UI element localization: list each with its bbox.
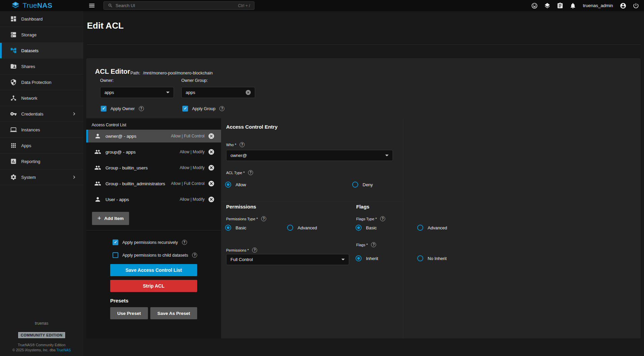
flags-inherit-radio[interactable]: Inherit: [356, 255, 378, 261]
shares-folder-icon: [10, 63, 17, 70]
owner-select[interactable]: apps: [100, 87, 174, 98]
jobs-clipboard-icon[interactable]: [557, 2, 563, 9]
page-title: Edit ACL: [87, 21, 124, 31]
add-item-button[interactable]: + Add Item: [92, 212, 129, 225]
radio-label: Basic: [236, 225, 246, 230]
ace-name: group@ - apps: [105, 150, 136, 155]
dropdown-caret-icon: [385, 155, 389, 156]
sidebar-item-credentials[interactable]: Credentials: [0, 106, 83, 122]
acl-list-item[interactable]: Group - builtin_administratorsAllow | Fu…: [86, 177, 221, 190]
help-icon[interactable]: [139, 106, 144, 111]
sidebar-item-shares[interactable]: Shares: [0, 59, 83, 74]
apply-recursively-option[interactable]: Apply permissions recursively: [113, 239, 187, 245]
acl-list-item[interactable]: User - appsAllow | Modify: [86, 193, 221, 206]
acl-list-item[interactable]: group@ - appsAllow | Modify: [86, 145, 221, 158]
ix-systems-stack-icon[interactable]: [544, 2, 551, 9]
flags-type-basic-radio[interactable]: Basic: [356, 225, 377, 231]
ace-permission-summary: Allow | Full Control: [171, 134, 205, 138]
apply-to-children-option[interactable]: Apply permissions to child datasets: [113, 252, 197, 258]
flags-label-row: Flags *: [356, 242, 376, 247]
ace-permission-summary: Allow | Full Control: [171, 181, 205, 186]
acl-list-item[interactable]: Group - builtin_usersAllow | Modify: [86, 161, 221, 174]
topbar-actions: truenas_admin: [531, 0, 639, 11]
search-input[interactable]: Search UI Ctrl + /: [103, 1, 254, 10]
apply-owner-option[interactable]: Apply Owner: [101, 106, 144, 111]
use-preset-button[interactable]: Use Preset: [110, 307, 148, 319]
shield-icon: [10, 79, 17, 86]
permissions-type-advanced-radio[interactable]: Advanced: [287, 225, 317, 231]
sidebar-item-dashboard[interactable]: Dashboard: [0, 11, 83, 27]
truenas-logo-text: TrueNAS: [23, 1, 52, 10]
flags-no-inherit-radio[interactable]: No Inherit: [417, 255, 447, 261]
ace-name: Group - builtin_administrators: [105, 181, 165, 186]
acl-editor-card: ACL Editor Path: /mnt/monero-pool/monero…: [86, 58, 641, 338]
help-icon[interactable]: [240, 142, 245, 147]
flags-heading: Flags: [356, 204, 369, 209]
dropdown-caret-icon: [341, 259, 345, 260]
remove-ace-button[interactable]: [208, 196, 215, 203]
help-icon[interactable]: [371, 242, 376, 247]
save-acl-button[interactable]: Save Access Control List: [110, 264, 197, 276]
help-icon[interactable]: [182, 240, 187, 245]
sidebar-item-apps[interactable]: Apps: [0, 138, 83, 154]
remove-ace-button[interactable]: [208, 149, 215, 155]
sidebar-item-label: Network: [21, 96, 37, 101]
feedback-smiley-icon[interactable]: [531, 2, 538, 9]
flags-label: Flags *: [356, 243, 368, 247]
help-icon[interactable]: [248, 170, 253, 175]
radio-icon: [225, 225, 231, 231]
who-value: owner@: [231, 153, 247, 158]
acl-type-label: ACL Type *: [226, 171, 245, 175]
laptop-icon: [10, 126, 17, 133]
acl-list-item[interactable]: owner@ - appsAllow | Full Control: [86, 130, 221, 142]
remove-ace-button[interactable]: [208, 164, 215, 171]
help-icon[interactable]: [192, 253, 197, 258]
sidebar-item-system[interactable]: System: [0, 169, 83, 185]
panel-divider: [86, 230, 221, 230]
permissions-select[interactable]: Full Control: [226, 254, 349, 265]
flags-type-advanced-radio[interactable]: Advanced: [417, 225, 447, 231]
clear-icon[interactable]: [246, 90, 251, 95]
topbar: TrueNAS Search UI Ctrl + / tru: [0, 0, 644, 11]
owner-group-input[interactable]: apps: [181, 87, 255, 98]
apply-owner-checkbox[interactable]: [101, 106, 106, 111]
apply-to-children-checkbox[interactable]: [113, 252, 118, 258]
remove-ace-button[interactable]: [208, 180, 215, 187]
menu-toggle-icon[interactable]: [88, 2, 95, 9]
permissions-label: Permissions *: [226, 248, 249, 252]
ace-heading: Access Control Entry: [226, 124, 278, 130]
apply-group-checkbox[interactable]: [182, 106, 188, 111]
help-icon[interactable]: [261, 216, 266, 221]
apply-owner-label: Apply Owner: [111, 106, 135, 111]
truenas-footer-link[interactable]: TrueNAS: [56, 348, 71, 352]
permissions-type-basic-radio[interactable]: Basic: [225, 225, 246, 231]
sidebar-item-storage[interactable]: Storage: [0, 27, 83, 43]
remove-ace-button[interactable]: [208, 133, 215, 139]
key-icon: [10, 110, 17, 117]
save-as-preset-button[interactable]: Save As Preset: [150, 307, 197, 319]
apply-group-option[interactable]: Apply Group: [182, 106, 224, 111]
sidebar-item-network[interactable]: Network: [0, 90, 83, 106]
sidebar-item-reporting[interactable]: Reporting: [0, 154, 83, 169]
gear-icon: [10, 174, 17, 181]
truenas-logo[interactable]: TrueNAS: [11, 1, 52, 10]
apply-recursively-checkbox[interactable]: [113, 239, 118, 245]
copyright-text: © 2025 iXsystems, Inc. dba: [12, 348, 57, 352]
help-icon[interactable]: [219, 106, 224, 111]
sidebar-item-datasets[interactable]: Datasets: [0, 43, 83, 59]
hostname: truenas: [0, 321, 83, 326]
user-avatar-icon[interactable]: [620, 2, 626, 9]
help-icon[interactable]: [380, 216, 385, 221]
notifications-bell-icon[interactable]: [570, 2, 576, 9]
owner-label: Owner:: [100, 78, 114, 83]
dropdown-caret-icon: [166, 92, 170, 93]
sidebar-item-data-protection[interactable]: Data Protection: [0, 74, 83, 90]
strip-acl-button[interactable]: Strip ACL: [110, 280, 197, 292]
sidebar-item-instances[interactable]: Instances: [0, 122, 83, 138]
acl-type-deny-radio[interactable]: Deny: [352, 182, 373, 188]
help-icon[interactable]: [252, 248, 257, 253]
power-icon[interactable]: [633, 2, 639, 9]
acl-list-title: Access Control List: [86, 118, 221, 130]
who-select[interactable]: owner@: [226, 150, 393, 161]
acl-type-allow-radio[interactable]: Allow: [225, 182, 246, 188]
